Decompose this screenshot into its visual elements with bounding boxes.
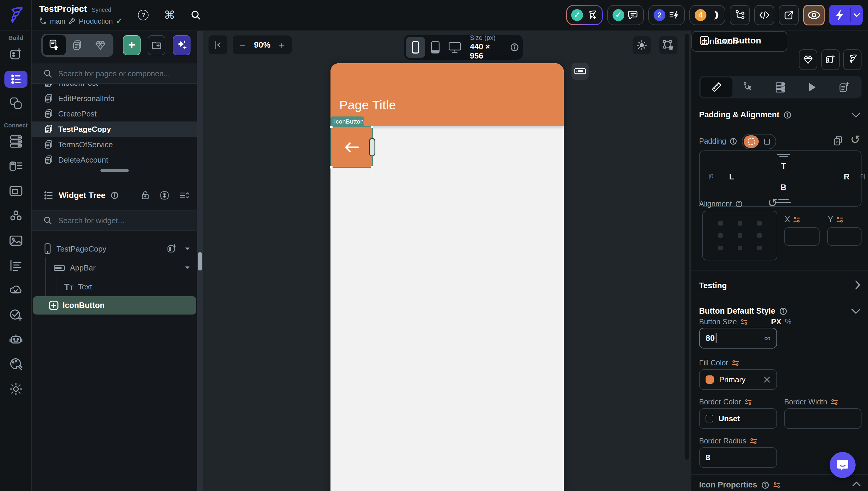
device-tablet-button[interactable] — [425, 37, 445, 58]
tab-actions[interactable] — [733, 78, 764, 97]
canvas-scrollbar-thumb[interactable] — [685, 34, 689, 460]
size-value[interactable]: 440 × 956 — [470, 42, 504, 61]
rail-integrations[interactable] — [0, 209, 32, 223]
expand-section-chevron[interactable] — [855, 280, 861, 290]
support-chat-button[interactable] — [830, 452, 856, 478]
border-width-input[interactable] — [784, 408, 862, 429]
page-title-text[interactable]: Page Title — [339, 98, 396, 112]
border-color-param-icon[interactable] — [745, 399, 752, 405]
padding-left-handle[interactable]: L — [729, 172, 734, 181]
size-param-icon[interactable] — [740, 319, 748, 325]
reset-padding-icon[interactable]: ↺ — [850, 133, 860, 146]
rail-files[interactable] — [0, 184, 32, 198]
wrap-widget-button[interactable] — [822, 49, 840, 70]
add-folder-button[interactable] — [148, 35, 165, 55]
border-radius-input[interactable]: 8 — [699, 447, 777, 468]
rail-data-types[interactable] — [0, 159, 32, 173]
page-row[interactable]: CreatePost — [32, 106, 197, 121]
command-menu-button[interactable]: ⌘ — [164, 9, 175, 21]
canvas-settings-button[interactable] — [659, 36, 678, 54]
rail-agents[interactable] — [0, 333, 32, 346]
tab-pages[interactable] — [66, 35, 89, 55]
copy-padding-icon[interactable]: c — [833, 135, 843, 147]
icon-param-icon[interactable] — [773, 482, 781, 488]
rail-cloud-functions[interactable] — [0, 283, 32, 296]
tree-node-iconbutton-selected[interactable]: IconButton — [33, 296, 196, 315]
iconbutton-widget-selected[interactable] — [331, 126, 373, 168]
rail-database[interactable] — [0, 135, 32, 148]
fill-color-field[interactable]: Primary — [699, 369, 777, 390]
info-icon[interactable] — [510, 43, 519, 52]
tab-pages-with-params[interactable] — [43, 35, 66, 55]
expand-tree-icon[interactable] — [160, 191, 169, 200]
collapse-section-chevron[interactable] — [851, 308, 861, 314]
padding-right-handle[interactable]: R — [844, 172, 850, 181]
branch-manager-button[interactable] — [730, 5, 750, 25]
page-search-input[interactable] — [58, 69, 170, 78]
x-param-icon[interactable] — [793, 216, 801, 223]
todo-pill[interactable]: 2 — [648, 5, 685, 25]
rail-tests[interactable] — [0, 308, 32, 321]
y-param-icon[interactable] — [836, 216, 844, 223]
convert-to-component-button[interactable] — [799, 49, 817, 70]
align-y-input[interactable] — [827, 227, 862, 246]
tree-node-page[interactable]: TestPageCopy — [32, 240, 197, 258]
padding-editor[interactable]: T L R B |0 0| — [699, 150, 862, 207]
info-icon[interactable] — [735, 200, 742, 207]
tab-documentation[interactable] — [828, 78, 860, 97]
flutterflow-logo[interactable] — [0, 0, 32, 30]
align-top-left[interactable] — [718, 221, 723, 226]
chevron-down-icon[interactable] — [185, 266, 190, 269]
clear-color-icon[interactable] — [764, 376, 771, 383]
rail-media-assets[interactable] — [0, 234, 32, 248]
collapse-section-chevron[interactable] — [851, 112, 861, 118]
align-center[interactable] — [738, 233, 742, 238]
collapse-panel-button[interactable] — [209, 35, 227, 54]
comments-status-pill[interactable]: ✓ — [607, 5, 644, 25]
build-status-pill[interactable]: ✓ — [566, 5, 603, 25]
device-preview[interactable]: Page Title IconButton — [331, 63, 564, 491]
run-options-chevron[interactable] — [851, 13, 863, 17]
padding-mode-uniform[interactable] — [759, 135, 774, 148]
widget-search-input[interactable] — [58, 216, 170, 225]
unit-percent-option[interactable]: % — [785, 317, 792, 326]
tree-node-appbar[interactable]: AppBar — [32, 259, 197, 277]
align-x-input[interactable] — [784, 227, 819, 246]
info-icon[interactable] — [783, 111, 791, 119]
button-size-input[interactable]: 80 ∞ — [699, 328, 777, 348]
run-button[interactable] — [829, 5, 863, 25]
section-testing[interactable]: Testing — [699, 281, 727, 290]
chevron-down-icon[interactable] — [185, 247, 190, 251]
align-bottom-center[interactable] — [738, 246, 742, 250]
align-center-left[interactable] — [718, 233, 723, 238]
page-search[interactable] — [32, 63, 197, 84]
align-bottom-right[interactable] — [757, 246, 762, 250]
page-row[interactable]: DeleteAccount — [32, 152, 197, 168]
rail-app-values[interactable] — [0, 259, 32, 272]
search-button[interactable] — [190, 10, 201, 20]
rail-settings[interactable] — [0, 382, 32, 396]
panel-scrollbar-thumb[interactable] — [198, 252, 202, 270]
reset-alignment-icon[interactable]: ↺ — [768, 196, 778, 209]
info-icon[interactable] — [779, 308, 787, 315]
page-row[interactable]: EditPersonalInfo — [32, 91, 197, 106]
padding-mode-dashed[interactable] — [744, 135, 759, 148]
appbar-indicator-button[interactable] — [571, 63, 589, 80]
page-row[interactable]: TermsOfService — [32, 137, 197, 152]
infinity-icon[interactable]: ∞ — [764, 333, 771, 343]
issues-pill[interactable]: 4 — [689, 5, 725, 25]
branch-selector[interactable]: main Production ✓ — [39, 16, 123, 26]
info-icon[interactable] — [730, 138, 737, 145]
panel-resize-handle[interactable] — [100, 169, 129, 172]
canvas[interactable]: − 90% + Size (px) 440 × 956 Page Title I… — [203, 31, 691, 491]
align-top-right[interactable] — [757, 221, 762, 226]
open-preview-button[interactable] — [779, 5, 799, 25]
add-page-button[interactable]: + — [123, 35, 141, 55]
collapse-section-chevron[interactable] — [852, 481, 861, 487]
preview-mode-button[interactable] — [803, 5, 825, 25]
tab-properties[interactable] — [701, 78, 733, 97]
rail-page-selector[interactable] — [0, 71, 32, 88]
border-color-field[interactable]: Unset — [699, 408, 777, 429]
rail-widget-palette[interactable] — [0, 48, 32, 61]
device-phone-button[interactable] — [406, 37, 425, 58]
